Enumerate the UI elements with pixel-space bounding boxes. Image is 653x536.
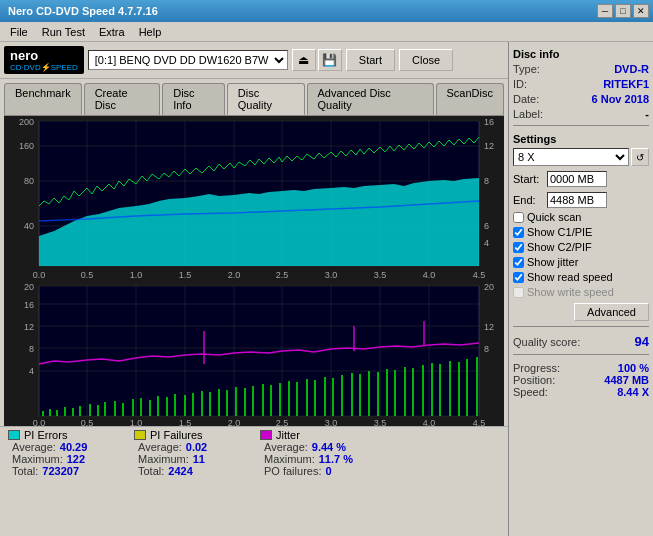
quality-score-row: Quality score: 94 (513, 334, 649, 349)
svg-rect-74 (209, 392, 211, 416)
show-jitter-checkbox[interactable] (513, 257, 524, 268)
disc-id-value: RITEKF1 (603, 78, 649, 90)
legend-pi-errors: PI Errors Average: 40.29 Maximum: 122 To… (8, 429, 118, 477)
tab-disc-info[interactable]: Disc Info (162, 83, 225, 115)
pi-errors-title: PI Errors (8, 429, 118, 441)
save-icon[interactable]: 💾 (318, 49, 342, 71)
menu-run-test[interactable]: Run Test (36, 24, 91, 40)
svg-rect-92 (368, 371, 370, 416)
disc-date-row: Date: 6 Nov 2018 (513, 93, 649, 105)
svg-rect-71 (184, 395, 186, 416)
svg-text:4.0: 4.0 (423, 270, 436, 280)
pi-errors-max: Maximum: 122 (12, 453, 118, 465)
svg-text:160: 160 (19, 141, 34, 151)
svg-rect-81 (270, 385, 272, 416)
svg-text:3.0: 3.0 (325, 418, 338, 426)
show-jitter-row: Show jitter (513, 256, 649, 268)
svg-rect-88 (332, 378, 334, 416)
svg-rect-83 (288, 381, 290, 416)
tab-advanced-disc-quality[interactable]: Advanced Disc Quality (307, 83, 434, 115)
tab-create-disc[interactable]: Create Disc (84, 83, 161, 115)
pi-failures-max: Maximum: 11 (138, 453, 244, 465)
show-c1-checkbox[interactable] (513, 227, 524, 238)
show-read-speed-checkbox[interactable] (513, 272, 524, 283)
menu-extra[interactable]: Extra (93, 24, 131, 40)
legend-jitter: Jitter Average: 9.44 % Maximum: 11.7 % P… (260, 429, 370, 477)
maximize-button[interactable]: □ (615, 4, 631, 18)
disc-id-row: ID: RITEKF1 (513, 78, 649, 90)
start-mb-input[interactable] (547, 171, 607, 187)
speed-selector[interactable]: 8 X 4 X 2 X 1 X (513, 148, 629, 166)
svg-text:6: 6 (484, 221, 489, 231)
quick-scan-label: Quick scan (527, 211, 581, 223)
jitter-stats: Average: 9.44 % Maximum: 11.7 % PO failu… (260, 441, 370, 477)
pi-errors-label: PI Errors (24, 429, 67, 441)
jitter-avg: Average: 9.44 % (264, 441, 370, 453)
quality-score-label: Quality score: (513, 336, 580, 348)
divider-2 (513, 326, 649, 327)
tab-disc-quality[interactable]: Disc Quality (227, 83, 305, 115)
svg-rect-96 (404, 367, 406, 416)
show-jitter-label: Show jitter (527, 256, 578, 268)
svg-text:2.5: 2.5 (276, 270, 289, 280)
svg-rect-79 (252, 386, 254, 416)
svg-text:12: 12 (24, 322, 34, 332)
jitter-color-box (260, 430, 272, 440)
svg-rect-75 (218, 389, 220, 416)
svg-text:4.5: 4.5 (473, 418, 486, 426)
end-mb-input[interactable] (547, 192, 607, 208)
menu-help[interactable]: Help (133, 24, 168, 40)
minimize-button[interactable]: ─ (597, 4, 613, 18)
advanced-button[interactable]: Advanced (574, 303, 649, 321)
legend-bar: PI Errors Average: 40.29 Maximum: 122 To… (0, 426, 508, 479)
svg-rect-62 (104, 402, 106, 416)
refresh-speed-button[interactable]: ↺ (631, 148, 649, 166)
svg-rect-70 (174, 394, 176, 416)
svg-text:0.0: 0.0 (33, 270, 46, 280)
speed-row: 8 X 4 X 2 X 1 X ↺ (513, 148, 649, 166)
legend-pi-failures: PI Failures Average: 0.02 Maximum: 11 To… (134, 429, 244, 477)
speed-result-row: Speed: 8.44 X (513, 386, 649, 398)
main-content: nero CD·DVD⚡SPEED [0:1] BENQ DVD DD DW16… (0, 42, 653, 536)
svg-rect-101 (449, 361, 451, 416)
svg-rect-100 (439, 364, 441, 416)
svg-text:0.5: 0.5 (81, 418, 94, 426)
menu-file[interactable]: File (4, 24, 34, 40)
start-mb-row: Start: (513, 171, 649, 187)
start-button[interactable]: Start (346, 49, 395, 71)
svg-text:1.0: 1.0 (130, 270, 143, 280)
pi-failures-total: Total: 2424 (138, 465, 244, 477)
close-window-button[interactable]: ✕ (633, 4, 649, 18)
speed-result-value: 8.44 X (617, 386, 649, 398)
svg-rect-98 (422, 365, 424, 416)
end-mb-label: End: (513, 194, 545, 206)
close-button[interactable]: Close (399, 49, 453, 71)
show-c2-row: Show C2/PIF (513, 241, 649, 253)
svg-rect-72 (192, 393, 194, 416)
svg-rect-57 (64, 407, 66, 416)
tab-scan-disc[interactable]: ScanDisc (436, 83, 504, 115)
quick-scan-row: Quick scan (513, 211, 649, 223)
svg-text:80: 80 (24, 176, 34, 186)
svg-rect-73 (201, 391, 203, 416)
drive-selector[interactable]: [0:1] BENQ DVD DD DW1620 B7W9 (88, 50, 288, 70)
show-c1-row: Show C1/PIE (513, 226, 649, 238)
quick-scan-checkbox[interactable] (513, 212, 524, 223)
svg-text:200: 200 (19, 117, 34, 127)
svg-rect-84 (296, 382, 298, 416)
svg-text:20: 20 (484, 282, 494, 292)
settings-title: Settings (513, 133, 649, 145)
nero-sub-text: CD·DVD⚡SPEED (10, 63, 78, 72)
eject-icon[interactable]: ⏏ (292, 49, 316, 71)
svg-text:12: 12 (484, 322, 494, 332)
svg-rect-87 (324, 377, 326, 416)
disc-label-label: Label: (513, 108, 543, 120)
tabs: Benchmark Create Disc Disc Info Disc Qua… (0, 79, 508, 115)
tab-benchmark[interactable]: Benchmark (4, 83, 82, 115)
show-c2-checkbox[interactable] (513, 242, 524, 253)
disc-type-label: Type: (513, 63, 540, 75)
disc-type-value: DVD-R (614, 63, 649, 75)
disc-info-title: Disc info (513, 48, 649, 60)
svg-rect-59 (79, 406, 81, 416)
nero-logo-text: nero (10, 48, 78, 63)
